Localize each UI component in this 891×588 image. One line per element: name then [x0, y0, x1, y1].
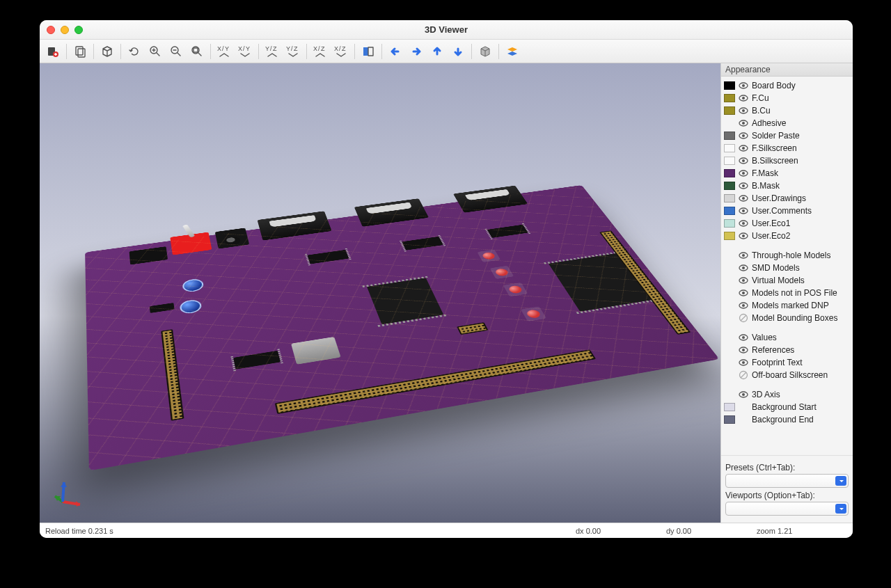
visibility-eye-icon[interactable]: [738, 105, 749, 116]
visibility-eye-icon[interactable]: [738, 250, 749, 261]
visibility-eye-icon[interactable]: [738, 130, 749, 141]
visibility-eye-icon[interactable]: [738, 370, 749, 381]
visibility-eye-icon[interactable]: [738, 275, 749, 286]
reload-button[interactable]: [125, 42, 144, 61]
layer-row[interactable]: Background End: [723, 413, 851, 426]
visibility-eye-icon[interactable]: [738, 357, 749, 368]
view-xy-top-button[interactable]: X/Y: [214, 42, 234, 61]
cube-button[interactable]: [97, 42, 117, 61]
layer-swatch[interactable]: [724, 144, 735, 152]
visibility-eye-icon[interactable]: [738, 262, 749, 273]
layer-label: Background End: [752, 415, 814, 424]
visibility-eye-icon[interactable]: [738, 118, 749, 129]
layer-swatch-empty: [724, 358, 735, 367]
visibility-eye-icon[interactable]: [738, 312, 749, 324]
visibility-eye-icon[interactable]: [738, 389, 749, 400]
flip-board-button[interactable]: [358, 42, 378, 61]
view-xy-bottom-button[interactable]: X/Y: [235, 42, 255, 61]
appearance-header: Appearance: [721, 63, 853, 77]
layer-row[interactable]: Adhesive: [723, 117, 851, 129]
layer-row[interactable]: Models not in POS File: [723, 287, 851, 299]
axis-icon: X/Y: [217, 45, 231, 58]
layer-swatch[interactable]: [724, 169, 735, 177]
layer-row[interactable]: Board Body: [723, 79, 851, 92]
layer-row[interactable]: Off-board Silkscreen: [723, 369, 851, 381]
layer-row[interactable]: User.Comments: [723, 205, 851, 217]
layer-swatch[interactable]: [724, 94, 735, 102]
visibility-eye-icon[interactable]: [738, 180, 749, 191]
layer-swatch[interactable]: [724, 207, 735, 215]
layer-row[interactable]: 3D Axis: [723, 388, 851, 401]
layer-swatch[interactable]: [724, 106, 735, 115]
layer-swatch[interactable]: [724, 194, 735, 202]
visibility-eye-icon[interactable]: [738, 168, 749, 179]
move-down-button[interactable]: [448, 42, 468, 61]
layer-swatch[interactable]: [724, 182, 735, 190]
view-yz-right-button[interactable]: Y/Z: [283, 42, 303, 61]
visibility-eye-icon[interactable]: [738, 155, 749, 166]
svg-point-31: [742, 97, 745, 100]
layer-swatch[interactable]: [724, 119, 735, 127]
visibility-eye-icon[interactable]: [738, 300, 749, 311]
layer-swatch[interactable]: [724, 132, 735, 140]
export-button[interactable]: [43, 42, 63, 61]
visibility-eye-icon[interactable]: [738, 193, 749, 204]
move-left-button[interactable]: [386, 42, 405, 61]
render-mode-button[interactable]: [503, 42, 522, 61]
layer-swatch[interactable]: [724, 157, 735, 165]
tact-button: [507, 285, 523, 294]
visibility-eye-icon[interactable]: [738, 230, 749, 241]
zoom-in-button[interactable]: [145, 42, 165, 61]
layer-row[interactable]: Values: [723, 331, 851, 344]
view-xz-front-button[interactable]: X/Z: [310, 42, 330, 61]
layer-swatch[interactable]: [724, 81, 735, 90]
status-dy: dy 0.00: [666, 527, 757, 535]
layer-row[interactable]: Model Bounding Boxes: [723, 312, 851, 324]
copy-icon: [74, 45, 86, 58]
move-right-button[interactable]: [407, 42, 426, 61]
visibility-eye-icon[interactable]: [738, 332, 749, 343]
layer-row[interactable]: User.Drawings: [723, 192, 851, 205]
layer-row[interactable]: F.Cu: [723, 92, 851, 104]
layer-row[interactable]: B.Cu: [723, 104, 851, 117]
layer-swatch[interactable]: [724, 415, 735, 424]
view-xz-back-button[interactable]: X/Z: [331, 42, 351, 61]
layer-row[interactable]: B.Mask: [723, 180, 851, 192]
layer-swatch[interactable]: [724, 232, 735, 240]
visibility-eye-icon[interactable]: [738, 205, 749, 216]
layer-row[interactable]: Through-hole Models: [723, 249, 851, 262]
visibility-eye-icon[interactable]: [738, 143, 749, 154]
layer-row[interactable]: SMD Models: [723, 262, 851, 274]
visibility-eye-icon[interactable]: [738, 287, 749, 299]
layer-label: User.Drawings: [752, 193, 806, 203]
zoom-fit-button[interactable]: [187, 42, 207, 61]
presets-select[interactable]: [725, 474, 849, 488]
viewport-3d[interactable]: [40, 63, 720, 523]
layer-label: Through-hole Models: [752, 251, 830, 260]
layer-row[interactable]: User.Eco1: [723, 217, 851, 230]
layer-row[interactable]: Footprint Text: [723, 356, 851, 369]
layer-row[interactable]: B.Silkscreen: [723, 154, 851, 167]
layer-row[interactable]: Virtual Models: [723, 274, 851, 287]
visibility-eye-icon[interactable]: [738, 93, 749, 104]
layer-row[interactable]: Models marked DNP: [723, 299, 851, 312]
visibility-eye-icon[interactable]: [738, 80, 749, 91]
viewports-select[interactable]: [725, 502, 849, 516]
layer-row[interactable]: F.Mask: [723, 167, 851, 180]
copy-image-button[interactable]: [70, 42, 90, 61]
view-yz-left-button[interactable]: Y/Z: [262, 42, 282, 61]
ortho-toggle-button[interactable]: [475, 42, 495, 61]
visibility-eye-icon[interactable]: [738, 344, 749, 356]
move-up-button[interactable]: [427, 42, 447, 61]
layer-row[interactable]: References: [723, 344, 851, 356]
layer-row[interactable]: F.Silkscreen: [723, 142, 851, 154]
layer-row[interactable]: Solder Paste: [723, 129, 851, 142]
layer-row[interactable]: User.Eco2: [723, 230, 851, 242]
visibility-eye-icon[interactable]: [738, 218, 749, 229]
layer-swatch[interactable]: [724, 219, 735, 228]
tact-button: [481, 252, 496, 260]
layer-list[interactable]: Board BodyF.CuB.CuAdhesiveSolder PasteF.…: [721, 77, 853, 455]
layer-row[interactable]: Background Start: [723, 401, 851, 413]
layer-swatch[interactable]: [724, 403, 735, 411]
zoom-out-button[interactable]: [166, 42, 186, 61]
